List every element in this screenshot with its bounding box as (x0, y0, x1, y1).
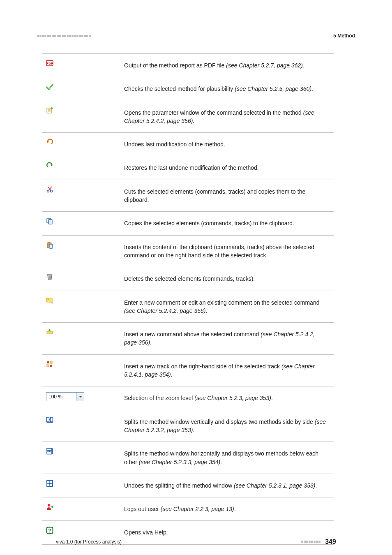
icon-cell (42, 323, 124, 354)
table-row: Insert a new track on the right-hand sid… (42, 355, 334, 387)
zoom-value: 100 % (46, 393, 76, 401)
svg-rect-23 (48, 330, 51, 331)
table-row: Logs out user (see Chapter 2.2.3, page 1… (42, 497, 334, 521)
description-text: Opens the parameter window of the comman… (124, 109, 303, 116)
icon-cell (42, 410, 124, 442)
help-icon: ? (46, 527, 53, 534)
pdf-icon: PDF (46, 60, 53, 67)
table-row: Splits the method window horizontally an… (42, 442, 334, 474)
description-cell: Enter a new comment or edit an existing … (124, 291, 334, 323)
table-row: Deletes the selected elements (commands,… (42, 267, 334, 291)
table-row: Insert a new command above the selected … (42, 323, 334, 355)
description-cell: Copies the selected elements (commands, … (124, 212, 334, 235)
description-text: Undoes last modification of the method. (124, 141, 225, 148)
zoom-dropdown-button[interactable] (76, 393, 84, 401)
description-tail: . (150, 339, 152, 346)
icon-cell: PDF (42, 54, 124, 77)
description-cell: Insert a new track on the right-hand sid… (124, 355, 334, 386)
svg-rect-16 (49, 244, 53, 248)
description-cell: Selection of the zoom level (see Chapter… (124, 386, 334, 409)
table-row: Inserts the content of the clipboard (co… (42, 236, 334, 268)
description-tail: . (315, 482, 317, 489)
description-cell: Undoes last modification of the method. (124, 133, 334, 156)
description-text: Restores the last undone modification of… (124, 164, 259, 171)
delete-icon (46, 273, 53, 280)
icon-cell (42, 474, 124, 497)
description-tail: . (303, 62, 304, 69)
description-cell: Checks the selected method for plausibil… (124, 77, 334, 100)
svg-rect-33 (47, 449, 52, 451)
table-row: Cuts the selected elements (commands, tr… (42, 180, 334, 212)
copy-icon (46, 217, 53, 225)
page-number: 349 (325, 538, 336, 546)
description-tail: . (193, 427, 194, 433)
header-decoration-left (37, 35, 91, 37)
table-row: Undoes last modification of the method. (42, 133, 334, 156)
cut-icon (46, 186, 53, 193)
description-reference: (see Chapter 5.2.7, page 362) (226, 62, 303, 69)
page-header: 5 Method (37, 32, 355, 39)
zoom-select[interactable]: 100 % (46, 392, 84, 401)
redo-icon (46, 162, 53, 169)
insert-track-icon (46, 361, 53, 368)
icon-cell (42, 291, 124, 323)
description-tail: . (171, 371, 173, 378)
insert-cmd-icon (46, 328, 53, 336)
properties-icon (46, 107, 53, 114)
icon-cell (42, 77, 124, 100)
description-text: Insert a new track on the right-hand sid… (124, 363, 281, 370)
svg-rect-27 (50, 365, 52, 367)
svg-rect-15 (48, 242, 50, 243)
description-reference: (see Chapter 5.2.5, page 360) (235, 86, 311, 92)
icon-cell (42, 497, 124, 520)
description-cell: Deletes the selected elements (commands,… (124, 267, 334, 290)
description-cell: Inserts the content of the clipboard (co… (124, 236, 334, 267)
table-row: Checks the selected method for plausibil… (42, 77, 334, 101)
icon-cell (42, 133, 124, 156)
table-row: 100 % Selection of the zoom level (see C… (42, 386, 334, 410)
svg-rect-13 (48, 220, 52, 224)
undo-icon (46, 139, 53, 146)
comment-icon (46, 297, 53, 304)
split-v-icon (46, 416, 53, 423)
svg-rect-34 (47, 452, 52, 454)
svg-text:PDF: PDF (47, 62, 53, 65)
svg-text:?: ? (48, 528, 51, 534)
description-text: Copies the selected elements (commands, … (124, 220, 294, 227)
description-cell: Insert a new command above the selected … (124, 323, 334, 354)
icon-cell (42, 236, 124, 267)
table-row: PDFOutput of the method report as PDF fi… (42, 54, 334, 77)
description-tail: . (311, 86, 313, 92)
description-text: Deletes the selected elements (commands,… (124, 275, 255, 282)
icon-cell (42, 355, 124, 386)
icon-cell (42, 180, 124, 212)
description-text: Inserts the content of the clipboard (co… (124, 244, 314, 259)
paste-icon (46, 241, 53, 249)
page: 5 Method PDFOutput of the method report … (0, 0, 392, 555)
table-row: Opens the parameter window of the comman… (42, 101, 334, 133)
description-text: Enter a new comment or edit an existing … (124, 299, 319, 306)
split-h-icon (46, 448, 53, 455)
svg-rect-31 (51, 417, 53, 422)
description-tail: . (271, 395, 273, 401)
logout-icon (46, 503, 53, 511)
svg-rect-25 (47, 365, 49, 367)
unsplit-icon (46, 480, 53, 487)
svg-point-39 (48, 504, 50, 506)
icon-cell (42, 101, 124, 133)
description-text: Undoes the splitting of the method windo… (124, 482, 234, 489)
svg-rect-17 (47, 274, 52, 275)
description-text: Selection of the zoom level (124, 395, 194, 401)
svg-rect-26 (50, 361, 52, 363)
chevron-down-icon (79, 396, 82, 398)
description-text: Opens viva Help. (124, 529, 168, 536)
icon-cell (42, 267, 124, 290)
svg-rect-30 (47, 417, 49, 422)
description-text: Checks the selected method for plausibil… (124, 86, 235, 92)
description-text: Splits the method window vertically and … (124, 419, 315, 425)
toolbar-reference-table: PDFOutput of the method report as PDF fi… (42, 53, 334, 545)
check-icon (46, 83, 53, 90)
description-tail: . (220, 459, 222, 465)
description-reference: (see Chapter 2.2.3, page 13) (161, 506, 234, 512)
chapter-label: 5 Method (333, 33, 355, 39)
